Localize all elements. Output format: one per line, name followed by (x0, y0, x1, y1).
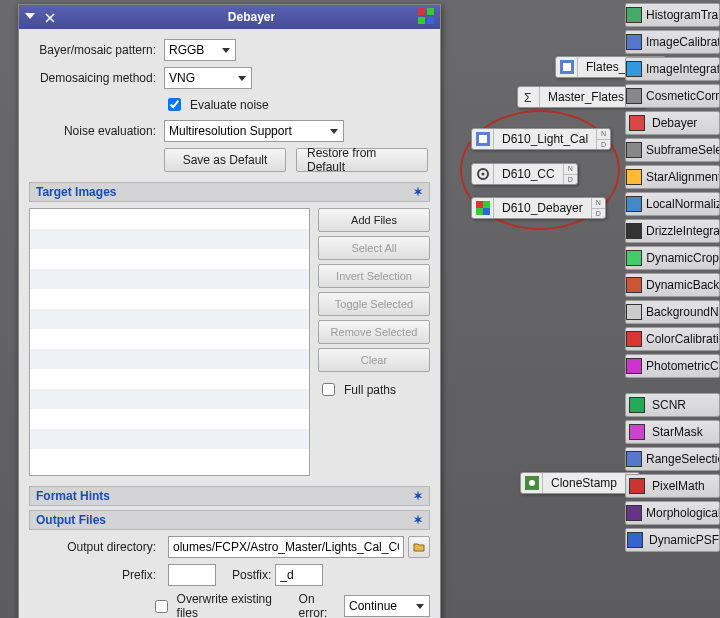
close-icon[interactable] (45, 12, 55, 22)
tool-icon (626, 4, 642, 26)
toggle-selected-button[interactable]: Toggle Selected (318, 292, 430, 316)
svg-marker-0 (25, 13, 35, 19)
toolbar-item-imagecalibratio[interactable]: ImageCalibratio (625, 30, 720, 54)
add-files-button[interactable]: Add Files (318, 208, 430, 232)
gear-icon (472, 164, 494, 184)
toolbar-item-colorcalibratio[interactable]: ColorCalibratio (625, 327, 720, 351)
tool-icon (626, 421, 648, 443)
debayer-window: Debayer Bayer/mosaic pattern: RGGB Demos… (18, 4, 441, 618)
toolbar-item-histogramtran[interactable]: HistogramTran (625, 3, 720, 27)
svg-rect-3 (418, 17, 425, 24)
toolbar-item-cosmeticcorre[interactable]: CosmeticCorre (625, 84, 720, 108)
tool-icon (626, 58, 642, 80)
bayer-pattern-label: Bayer/mosaic pattern: (29, 43, 164, 57)
demosaic-select[interactable]: VNG (164, 67, 252, 89)
onerror-label: On error: (299, 592, 340, 618)
full-paths-checkbox[interactable]: Full paths (318, 380, 430, 399)
select-all-button[interactable]: Select All (318, 236, 430, 260)
tool-icon (626, 166, 642, 188)
toolbar-item-imageintegratio[interactable]: ImageIntegratio (625, 57, 720, 81)
toolbar-item-backgroundne[interactable]: BackgroundNe (625, 300, 720, 324)
toolbar-item-drizzleintegra[interactable]: DrizzleIntegra (625, 219, 720, 243)
chevron-down-icon[interactable]: ✶ (413, 187, 423, 197)
demosaic-label: Demosaicing method: (29, 71, 164, 85)
node-d610-cc[interactable]: D610_CC ND (471, 163, 578, 185)
section-format-hints[interactable]: Format Hints ✶ (29, 486, 430, 506)
svg-point-12 (481, 173, 484, 176)
remove-selected-button[interactable]: Remove Selected (318, 320, 430, 344)
calibration-icon (556, 57, 578, 77)
svg-rect-2 (427, 8, 434, 15)
chevron-down-icon[interactable]: ✶ (413, 515, 423, 525)
toolbar-item-morphological[interactable]: Morphological (625, 501, 720, 525)
toolbar-item-photometricco[interactable]: PhotometricCo (625, 354, 720, 378)
tool-icon (626, 355, 642, 377)
toolbar-item-dynamiccrop[interactable]: DynamicCrop (625, 246, 720, 270)
svg-rect-4 (427, 17, 434, 24)
chevron-down-icon[interactable]: ✶ (413, 491, 423, 501)
tool-icon (626, 475, 648, 497)
svg-rect-13 (476, 201, 483, 208)
toolbar-item-starmask[interactable]: StarMask (625, 420, 720, 444)
titlebar[interactable]: Debayer (19, 5, 440, 29)
tool-icon (626, 529, 645, 551)
clear-button[interactable]: Clear (318, 348, 430, 372)
toolbar-item-subframesele[interactable]: SubframeSele (625, 138, 720, 162)
toolbar-item-localnormaliza[interactable]: LocalNormaliza (625, 192, 720, 216)
svg-rect-6 (563, 63, 571, 71)
stamp-icon (521, 473, 543, 493)
node-d610-debayer[interactable]: D610_Debayer ND (471, 197, 606, 219)
tool-icon (626, 502, 642, 524)
tool-icon (626, 85, 642, 107)
postfix-label: Postfix: (232, 568, 271, 582)
evaluate-noise-checkbox[interactable]: Evaluate noise (164, 95, 269, 114)
node-d610-light-cal[interactable]: D610_Light_Cal ND (471, 128, 611, 150)
tool-icon (626, 274, 642, 296)
process-toolbar: HistogramTranImageCalibratioImageIntegra… (625, 0, 720, 552)
tool-icon (626, 112, 648, 134)
browse-folder-icon[interactable] (408, 536, 430, 558)
prefix-input[interactable] (168, 564, 216, 586)
overwrite-checkbox[interactable]: Overwrite existing files (151, 592, 277, 618)
calibration-icon (472, 129, 494, 149)
save-default-button[interactable]: Save as Default (164, 148, 286, 172)
section-target-images[interactable]: Target Images ✶ (29, 182, 430, 202)
restore-default-button[interactable]: Restore from Default (296, 148, 428, 172)
toolbar-item-dynamicbackg[interactable]: DynamicBackg (625, 273, 720, 297)
tool-icon (626, 31, 642, 53)
toolbar-item-rangeselectio[interactable]: RangeSelectio (625, 447, 720, 471)
tool-icon (626, 448, 642, 470)
bayer-pattern-select[interactable]: RGGB (164, 39, 236, 61)
tool-icon (626, 328, 642, 350)
toolbar-item-scnr[interactable]: SCNR (625, 393, 720, 417)
svg-rect-10 (479, 135, 487, 143)
noise-eval-select[interactable]: Multiresolution Support (164, 120, 344, 142)
svg-point-18 (529, 480, 535, 486)
section-output-files[interactable]: Output Files ✶ (29, 510, 430, 530)
tool-icon (626, 247, 642, 269)
tool-icon (626, 139, 642, 161)
debayer-icon (472, 198, 494, 218)
module-icon[interactable] (418, 8, 434, 27)
toolbar-item-debayer[interactable]: Debayer (625, 111, 720, 135)
node-clonestamp[interactable]: CloneStamp ND (520, 472, 640, 494)
noise-eval-label: Noise evaluation: (29, 124, 164, 138)
toolbar-item-pixelmath[interactable]: PixelMath (625, 474, 720, 498)
output-directory-label: Output directory: (29, 540, 164, 554)
collapse-icon[interactable] (25, 12, 35, 22)
output-directory-input[interactable] (168, 536, 404, 558)
tool-icon (626, 220, 642, 242)
tool-icon (626, 301, 642, 323)
window-title: Debayer (85, 10, 418, 24)
prefix-label: Prefix: (29, 568, 164, 582)
sigma-icon: Σ (518, 87, 540, 107)
invert-selection-button[interactable]: Invert Selection (318, 264, 430, 288)
onerror-select[interactable]: Continue (344, 595, 430, 617)
svg-rect-14 (483, 201, 490, 208)
tool-icon (626, 394, 648, 416)
postfix-input[interactable] (275, 564, 323, 586)
svg-rect-16 (483, 208, 490, 215)
toolbar-item-dynamicpsf[interactable]: DynamicPSF (625, 528, 720, 552)
toolbar-item-staralignment[interactable]: StarAlignment (625, 165, 720, 189)
target-files-list[interactable] (29, 208, 310, 476)
